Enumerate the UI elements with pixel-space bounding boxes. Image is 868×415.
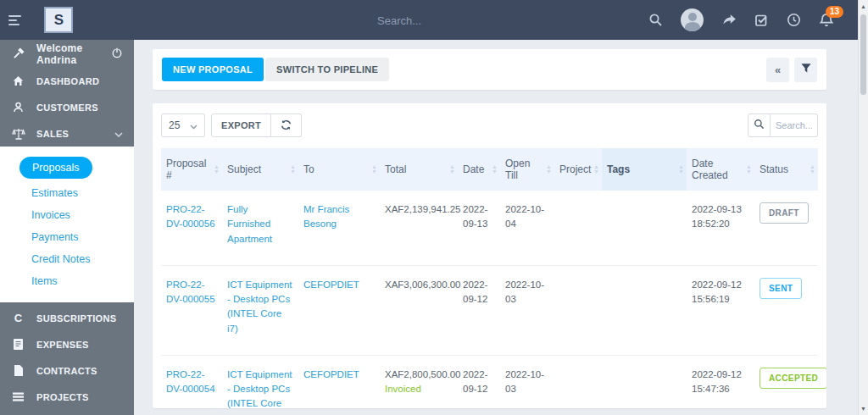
navbar-icons: 13 <box>648 0 834 40</box>
collapse-button[interactable]: « <box>766 58 789 82</box>
clock-icon[interactable] <box>787 13 801 27</box>
open-till-value: 2022-10-03 <box>500 355 554 408</box>
subject-link[interactable]: ICT Equipment - Desktop PCs (INTEL Core … <box>227 279 292 334</box>
header-to[interactable]: To▲▼ <box>298 148 380 191</box>
customer-link[interactable]: CEFOPDIET <box>303 279 359 290</box>
export-button[interactable]: EXPORT <box>211 113 271 137</box>
proposal-link[interactable]: PRO-22-DV-000056 <box>166 204 215 229</box>
total-value: XAF2,139,941.25 <box>385 204 461 214</box>
tags-value <box>602 355 687 408</box>
sidebar-item-sales[interactable]: SALES <box>0 120 134 147</box>
filter-button[interactable] <box>794 58 817 82</box>
tags-value <box>602 265 687 355</box>
scroll-down-arrow[interactable]: ▼ <box>859 406 868 412</box>
main-content: NEW PROPOSAL SWITCH TO PIPELINE « 25 EXP… <box>134 40 868 415</box>
header-date[interactable]: Date▲▼ <box>458 148 500 191</box>
submenu-item-credit-notes[interactable]: Credit Notes <box>0 248 134 270</box>
sidebar-item-projects[interactable]: PROJECTS <box>0 384 134 410</box>
header-proposal[interactable]: Proposal #▲▼ <box>161 148 222 191</box>
sidebar: Welcome Andrina DASHBOARD CUSTOMERS SALE… <box>0 40 134 415</box>
sidebar-item-label: CUSTOMERS <box>36 102 98 113</box>
sort-icon: ▲▼ <box>371 164 377 174</box>
sidebar-item-subscriptions[interactable]: C SUBSCRIPTIONS <box>0 305 134 331</box>
page-size-select[interactable]: 25 <box>161 113 205 137</box>
project-value <box>554 355 602 408</box>
header-open-till[interactable]: Open Till▲▼ <box>500 148 554 191</box>
table-header-row: Proposal #▲▼ Subject▲▼ To▲▼ Total▲▼ Date… <box>161 148 818 191</box>
user-avatar[interactable] <box>681 8 704 31</box>
sidebar-item-tasks[interactable]: TASKS <box>0 410 134 415</box>
sidebar-item-contracts[interactable]: CONTRACTS <box>0 357 134 384</box>
home-icon <box>11 75 25 87</box>
proposal-link[interactable]: PRO-22-DV-000055 <box>166 279 215 304</box>
chevron-down-icon <box>190 118 198 133</box>
date-created-value: 2022-09-13 18:52:20 <box>687 191 754 265</box>
bell-icon[interactable]: 13 <box>819 13 834 28</box>
sidebar-item-dashboard[interactable]: DASHBOARD <box>0 68 134 94</box>
global-search-input[interactable] <box>377 10 615 30</box>
header-tags[interactable]: Tags▲▼ <box>602 148 687 191</box>
proposal-link[interactable]: PRO-22-DV-000054 <box>166 369 215 394</box>
welcome-label: Welcome Andrina <box>36 42 111 66</box>
invoiced-label: Invoiced <box>385 382 453 396</box>
submenu-item-invoices[interactable]: Invoices <box>0 204 134 226</box>
customer-link[interactable]: Mr Francis Besong <box>303 204 349 229</box>
header-project[interactable]: Project▲▼ <box>554 148 602 191</box>
sort-icon: ▲▼ <box>449 164 455 174</box>
date-value: 2022-09-12 <box>458 265 500 355</box>
search-icon[interactable] <box>648 13 663 27</box>
project-value <box>554 191 602 265</box>
status-badge: SENT <box>760 278 802 299</box>
app-logo[interactable]: S <box>44 7 73 33</box>
sidebar-item-expenses[interactable]: EXPENSES <box>0 331 134 357</box>
contracts-icon <box>11 364 25 377</box>
share-icon[interactable] <box>721 14 737 26</box>
top-navbar: S 13 <box>0 0 868 40</box>
header-date-created[interactable]: Date Created▲▼ <box>687 148 754 191</box>
submenu-item-estimates[interactable]: Estimates <box>0 182 134 204</box>
sidebar-item-label: DASHBOARD <box>36 76 99 86</box>
scroll-up-arrow[interactable]: ▲ <box>859 3 868 9</box>
tags-value <box>602 191 687 265</box>
sort-icon: ▲▼ <box>492 164 498 174</box>
sidebar-item-label: SALES <box>36 129 69 139</box>
submenu-item-items[interactable]: Items <box>0 270 134 292</box>
todo-check-icon[interactable] <box>754 13 769 27</box>
subject-link[interactable]: ICT Equipment - Desktop PCs (INTEL Core … <box>227 369 292 408</box>
sort-icon: ▲▼ <box>290 164 296 174</box>
date-created-value: 2022-09-12 15:56:19 <box>687 265 754 355</box>
submenu-item-proposals[interactable]: Proposals <box>19 157 92 179</box>
new-proposal-button[interactable]: NEW PROPOSAL <box>162 58 264 81</box>
table-search-button[interactable] <box>748 113 771 137</box>
header-subject[interactable]: Subject▲▼ <box>222 148 298 191</box>
subscriptions-icon: C <box>11 312 25 324</box>
table-search-input[interactable] <box>771 113 818 137</box>
table-row: PRO-22-DV-000054 ICT Equipment - Desktop… <box>161 355 818 408</box>
chevron-down-icon <box>114 126 123 141</box>
sales-submenu: Proposals Estimates Invoices Payments Cr… <box>0 147 134 302</box>
expenses-icon <box>11 338 25 351</box>
sidebar-item-customers[interactable]: CUSTOMERS <box>0 94 134 120</box>
sidebar-item-label: CONTRACTS <box>36 366 97 376</box>
gavel-icon <box>11 47 25 60</box>
search-icon <box>754 119 765 132</box>
scales-icon <box>11 127 25 141</box>
logout-power-icon[interactable] <box>111 47 123 62</box>
scrollbar-thumb[interactable] <box>860 14 866 95</box>
vertical-scrollbar[interactable]: ▲ ▼ <box>858 0 868 415</box>
submenu-item-payments[interactable]: Payments <box>0 226 134 248</box>
header-total[interactable]: Total▲▼ <box>380 148 458 191</box>
sort-icon: ▲▼ <box>214 164 220 174</box>
customer-link[interactable]: CEFOPDIET <box>303 369 359 379</box>
welcome-row: Welcome Andrina <box>0 40 134 68</box>
switch-to-pipeline-button[interactable]: SWITCH TO PIPELINE <box>265 58 389 81</box>
page-size-value: 25 <box>169 119 180 131</box>
table-row: PRO-22-DV-000056 Fully Furnished Apartme… <box>161 191 818 265</box>
date-value: 2022-09-12 <box>458 355 500 408</box>
proposals-table-card: 25 EXPORT <box>153 103 826 408</box>
subject-link[interactable]: Fully Furnished Apartment <box>227 204 272 244</box>
sort-icon: ▲▼ <box>546 164 552 174</box>
menu-toggle-icon[interactable] <box>8 14 25 27</box>
header-status[interactable]: Status▲▼ <box>754 148 818 191</box>
refresh-button[interactable] <box>271 113 302 137</box>
